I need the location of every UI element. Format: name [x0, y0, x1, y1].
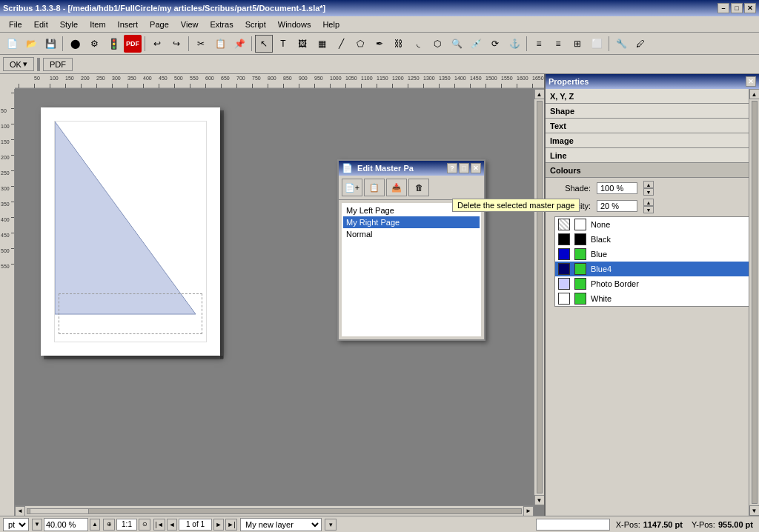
master-item-right[interactable]: My Right Page: [343, 216, 480, 228]
eyedropper2-tool[interactable]: 🖊: [632, 35, 649, 53]
copy-master-button[interactable]: 📋: [364, 179, 385, 196]
delete-master-button[interactable]: 🗑: [408, 179, 429, 196]
section-image[interactable]: Image ▸: [546, 133, 759, 148]
section-colours[interactable]: Colours ▾: [546, 163, 759, 178]
color-black[interactable]: Black: [555, 232, 749, 247]
scroll-left-button[interactable]: ◄: [15, 506, 25, 516]
align-right-tool[interactable]: ≡: [549, 35, 567, 53]
master-item-normal[interactable]: Normal: [343, 228, 480, 240]
section-xyz[interactable]: X, Y, Z ▸: [546, 89, 759, 104]
polygon-tool[interactable]: ⬡: [428, 35, 446, 53]
page-prev-button[interactable]: ◄: [167, 519, 177, 531]
section-shape[interactable]: Shape ▸: [546, 104, 759, 119]
columns-tool[interactable]: ⊞: [569, 35, 586, 53]
maximize-button[interactable]: □: [731, 3, 743, 13]
pdf-mode-button[interactable]: PDF: [43, 58, 73, 71]
menu-extras[interactable]: Extras: [204, 19, 239, 30]
scroll-right-button[interactable]: ►: [523, 506, 534, 516]
props-scroll-up[interactable]: ▲: [749, 89, 760, 99]
color-blue4[interactable]: Blue4: [555, 262, 749, 276]
copy-button[interactable]: 📋: [211, 35, 229, 53]
color-photoborder[interactable]: Photo Border: [555, 276, 749, 291]
select-tool[interactable]: ↖: [255, 35, 273, 53]
undo-button[interactable]: ↩: [148, 35, 166, 53]
page-first-button[interactable]: |◄: [153, 519, 165, 531]
menu-style[interactable]: Style: [54, 19, 84, 30]
anchor-tool[interactable]: ⚓: [506, 35, 523, 53]
ok-button[interactable]: OK ▾: [3, 57, 34, 71]
opacity-down-button[interactable]: ▼: [643, 206, 654, 213]
shade-value[interactable]: 100 %: [597, 182, 637, 194]
redo-button[interactable]: ↪: [168, 35, 185, 53]
zoom-tool[interactable]: 🔍: [448, 35, 465, 53]
color-none[interactable]: None: [555, 217, 749, 232]
zoom-down-button[interactable]: ▼: [32, 519, 42, 531]
save-button[interactable]: 💾: [42, 35, 59, 53]
properties-tool[interactable]: 🔧: [612, 35, 630, 53]
menu-file[interactable]: File: [3, 19, 28, 30]
menu-script[interactable]: Script: [239, 19, 272, 30]
settings-button[interactable]: ⚙: [85, 35, 103, 53]
zoom-original-button[interactable]: ⊙: [139, 519, 150, 531]
opacity-up-button[interactable]: ▲: [643, 199, 654, 206]
section-line[interactable]: Line ▸: [546, 148, 759, 163]
add-master-button[interactable]: 📄+: [342, 179, 362, 196]
scroll-up-button[interactable]: ▲: [534, 89, 545, 99]
layer-settings-button[interactable]: ▾: [325, 519, 337, 531]
layer-select[interactable]: My new layer: [240, 518, 322, 531]
align-left-tool[interactable]: ≡: [530, 35, 548, 53]
line-tool[interactable]: ╱: [332, 35, 350, 53]
page-last-button[interactable]: ►|: [225, 519, 237, 531]
color-white[interactable]: White: [555, 291, 749, 306]
menu-page[interactable]: Page: [144, 19, 175, 30]
scroll-down-button[interactable]: ▼: [534, 495, 545, 505]
table-tool[interactable]: ▦: [313, 35, 331, 53]
unit-select[interactable]: pt mm in: [3, 518, 29, 531]
props-scroll-down[interactable]: ▼: [749, 505, 760, 516]
minimize-button[interactable]: –: [717, 3, 729, 13]
import-master-button[interactable]: 📥: [386, 179, 407, 196]
opacity-value[interactable]: 20 %: [597, 200, 637, 212]
menu-view[interactable]: View: [175, 19, 205, 30]
props-close-button[interactable]: ✕: [746, 76, 756, 87]
v-scrollbar-track[interactable]: [537, 101, 543, 493]
chain-tool[interactable]: ⛓: [390, 35, 408, 53]
zoom-input[interactable]: [44, 518, 88, 531]
menu-insert[interactable]: Insert: [112, 19, 145, 30]
text-tool[interactable]: T: [274, 35, 292, 53]
dialog-help-button[interactable]: ?: [447, 163, 457, 173]
section-text[interactable]: Text ▸: [546, 119, 759, 133]
zoom-fit-button[interactable]: ⊕: [103, 519, 115, 531]
h-scrollbar-thumb[interactable]: [30, 508, 89, 514]
pen-tool[interactable]: ✒: [371, 35, 388, 53]
menu-item[interactable]: Item: [84, 19, 111, 30]
cut-button[interactable]: ✂: [192, 35, 210, 53]
dialog-close-button[interactable]: ✕: [471, 163, 481, 173]
paste-button[interactable]: 📌: [231, 35, 248, 53]
zoom-ratio-input[interactable]: [116, 519, 137, 531]
new-button[interactable]: 📄: [3, 35, 21, 53]
shade-down-button[interactable]: ▼: [643, 188, 654, 196]
open-button[interactable]: 📂: [22, 35, 40, 53]
menu-help[interactable]: Help: [316, 19, 345, 30]
shade-up-button[interactable]: ▲: [643, 181, 654, 188]
menu-edit[interactable]: Edit: [28, 19, 54, 30]
rotate-tool[interactable]: ⟳: [486, 35, 504, 53]
pdf-button[interactable]: PDF: [124, 35, 142, 53]
menu-windows[interactable]: Windows: [272, 19, 317, 30]
traffic-light-icon[interactable]: 🚦: [105, 35, 122, 53]
shape-tool[interactable]: ⬠: [351, 35, 369, 53]
bezier-tool[interactable]: ◟: [409, 35, 427, 53]
zoom-up-button[interactable]: ▲: [90, 519, 100, 531]
circle-button[interactable]: ⬤: [66, 35, 84, 53]
props-scroll-track[interactable]: [752, 101, 758, 504]
page-input[interactable]: [179, 519, 212, 531]
close-button[interactable]: ✕: [744, 3, 756, 13]
frame-tool[interactable]: ⬜: [588, 35, 606, 53]
dialog-max-button[interactable]: □: [459, 163, 469, 173]
image-tool[interactable]: 🖼: [294, 35, 311, 53]
eyedropper-tool[interactable]: 💉: [467, 35, 485, 53]
h-scrollbar-track[interactable]: [27, 508, 522, 514]
page-next-button[interactable]: ►: [213, 519, 224, 531]
color-blue[interactable]: Blue: [555, 247, 749, 262]
